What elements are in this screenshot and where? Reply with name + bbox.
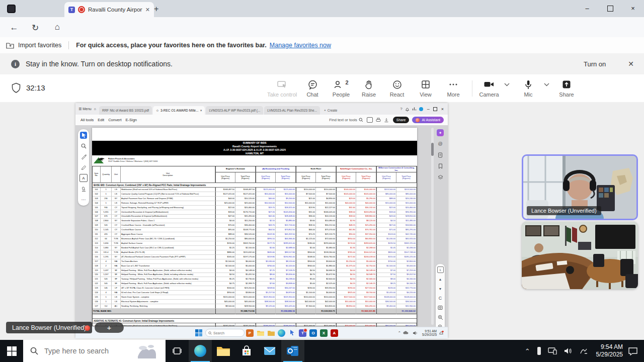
- edit-button[interactable]: Edit: [98, 118, 104, 122]
- chat-button[interactable]: Chat: [298, 79, 327, 98]
- acrobat-help-icon[interactable]: ?: [400, 107, 402, 111]
- more-button[interactable]: More: [439, 79, 468, 98]
- comments-icon[interactable]: @: [437, 140, 444, 147]
- page-down-icon[interactable]: ▼: [437, 285, 444, 292]
- new-tab-button[interactable]: +: [154, 5, 158, 14]
- action-center-icon[interactable]: [628, 347, 638, 355]
- all-tools-button[interactable]: All tools: [80, 118, 94, 122]
- inner-tray-chevron-icon[interactable]: ⌃: [397, 331, 401, 335]
- taskbar-store-icon[interactable]: [235, 340, 258, 362]
- inner-volume-icon[interactable]: [413, 331, 418, 335]
- tray-chevron-icon[interactable]: ⌃: [525, 347, 530, 355]
- convert-button[interactable]: Convert: [108, 118, 121, 122]
- people-button[interactable]: 2 People: [327, 79, 356, 98]
- search-input[interactable]: [43, 346, 131, 355]
- refresh-icon[interactable]: ↻: [28, 23, 42, 33]
- ai-panel-icon[interactable]: ✦: [437, 129, 444, 136]
- taskbar-search-box[interactable]: [23, 340, 166, 362]
- inner-folder-icon[interactable]: [267, 329, 275, 337]
- turn-on-button[interactable]: Turn on: [584, 60, 606, 68]
- task-view-button[interactable]: [166, 340, 189, 362]
- camera-chevron-icon[interactable]: [504, 82, 510, 87]
- window-restore-button[interactable]: [607, 6, 613, 12]
- mic-button[interactable]: Mic: [516, 79, 540, 98]
- home-icon[interactable]: ⌂: [50, 22, 64, 32]
- import-favorites-button[interactable]: Import favorites: [18, 42, 61, 49]
- window-minimize-button[interactable]: –: [584, 5, 591, 12]
- manage-favorites-link[interactable]: Manage favorites now: [270, 42, 331, 49]
- ai-assistant-button[interactable]: AI Assistant: [412, 117, 444, 123]
- taskbar-explorer-icon[interactable]: [212, 340, 235, 362]
- inner-teams-icon[interactable]: T: [299, 329, 306, 337]
- acrobat-minimize-button[interactable]: –: [427, 107, 430, 112]
- acrobat-close-button[interactable]: ×: [441, 107, 444, 112]
- taskbar-clock[interactable]: 9:54 AM 5/29/2025: [596, 343, 623, 358]
- stamp-icon[interactable]: [80, 186, 87, 193]
- raise-hand-button[interactable]: Raise: [354, 79, 383, 98]
- layers-icon[interactable]: [437, 173, 444, 180]
- back-icon[interactable]: ←: [7, 23, 21, 33]
- tray-display-icon[interactable]: [548, 347, 557, 354]
- inner-clock[interactable]: 9:51 AM5/29/2025: [422, 329, 437, 337]
- view-button[interactable]: View: [411, 79, 440, 98]
- workspaces-icon[interactable]: [7, 5, 16, 13]
- page-up-icon[interactable]: ▲: [437, 276, 444, 283]
- start-button[interactable]: [0, 340, 23, 362]
- react-button[interactable]: React: [382, 79, 412, 98]
- pdf-tab-2-active[interactable]: ☆3-REC O1 AWARD Mille...×: [153, 106, 205, 115]
- tab-close-icon[interactable]: ✕: [145, 7, 150, 13]
- select-tool-icon[interactable]: [80, 132, 87, 139]
- acrobat-stats-icon[interactable]: [412, 107, 417, 111]
- scrollbar-thumb[interactable]: [431, 143, 434, 156]
- attachments-icon[interactable]: [437, 151, 444, 158]
- notification-close-icon[interactable]: ✕: [628, 60, 634, 68]
- screen-share[interactable]: ☰ Menu ⌂ RRF Ntc of Award BS 10023.pdf ☆…: [75, 103, 448, 338]
- more-tools-icon[interactable]: ⋯: [80, 196, 87, 203]
- snapshot-icon[interactable]: [437, 304, 444, 311]
- camera-button[interactable]: Camera: [477, 79, 501, 98]
- participant-video-lance[interactable]: Lance Bowser (Unverified): [522, 154, 638, 220]
- vertical-scrollbar[interactable]: [431, 128, 434, 325]
- taskbar-mail-icon[interactable]: [258, 340, 281, 362]
- reactions-expand-button[interactable]: +: [95, 322, 124, 333]
- find-search-icon[interactable]: [359, 118, 363, 122]
- mic-chevron-icon[interactable]: [543, 82, 550, 87]
- tray-signature-icon[interactable]: [580, 347, 588, 355]
- inner-edge-icon[interactable]: [278, 329, 285, 337]
- esign-button[interactable]: E-Sign: [125, 118, 137, 122]
- inner-excel-icon[interactable]: X: [320, 329, 328, 337]
- acrobat-restore-button[interactable]: [433, 107, 437, 111]
- acrobat-menu-icon[interactable]: ☰ Menu: [78, 107, 92, 111]
- zoom-in-icon[interactable]: [437, 314, 444, 321]
- page-view-icon[interactable]: [367, 117, 373, 123]
- acrobat-bell-icon[interactable]: [405, 107, 410, 112]
- inner-start-icon[interactable]: [195, 329, 202, 336]
- inner-outlook-icon[interactable]: O: [309, 329, 317, 337]
- create-tab-button[interactable]: + Create: [321, 106, 340, 115]
- acrobat-share-button[interactable]: Share: [393, 117, 410, 123]
- tray-volume-icon[interactable]: [564, 347, 573, 354]
- window-close-button[interactable]: ×: [629, 5, 636, 12]
- pdf-tab-1[interactable]: RRF Ntc of Award BS 10023.pdf: [99, 106, 152, 115]
- share-button[interactable]: Share: [552, 79, 581, 98]
- download-icon[interactable]: [384, 118, 389, 123]
- inner-notification-bell-icon[interactable]: [439, 330, 444, 335]
- pdf-tab-4[interactable]: LVM2023-AL Plan Rev2023 She...: [264, 106, 320, 115]
- inner-acrobat-icon[interactable]: A: [331, 329, 338, 337]
- inner-powerpoint-icon[interactable]: P: [246, 329, 254, 337]
- tab-star-icon[interactable]: ☆: [156, 109, 159, 113]
- acrobat-home-icon[interactable]: ⌂: [94, 107, 96, 111]
- participant-video-room[interactable]: [522, 222, 638, 289]
- add-text-icon[interactable]: A: [79, 174, 88, 182]
- bookmarks-icon[interactable]: [437, 162, 444, 169]
- pdf-tab-3[interactable]: LVM2023-ALP WP Rev2023.pdf (...: [206, 106, 263, 115]
- tray-pen-icon[interactable]: [537, 347, 541, 355]
- taskbar-outlook-icon[interactable]: [281, 340, 304, 362]
- sign-pen-icon[interactable]: [80, 153, 87, 160]
- take-control-button[interactable]: Take control: [267, 79, 296, 98]
- taskbar-edge-icon[interactable]: [189, 340, 212, 362]
- inner-explorer-icon[interactable]: [257, 329, 264, 337]
- inner-pointer-icon[interactable]: [288, 329, 296, 337]
- find-label[interactable]: Find text or tools: [329, 118, 357, 122]
- highlighter-icon[interactable]: [80, 163, 87, 170]
